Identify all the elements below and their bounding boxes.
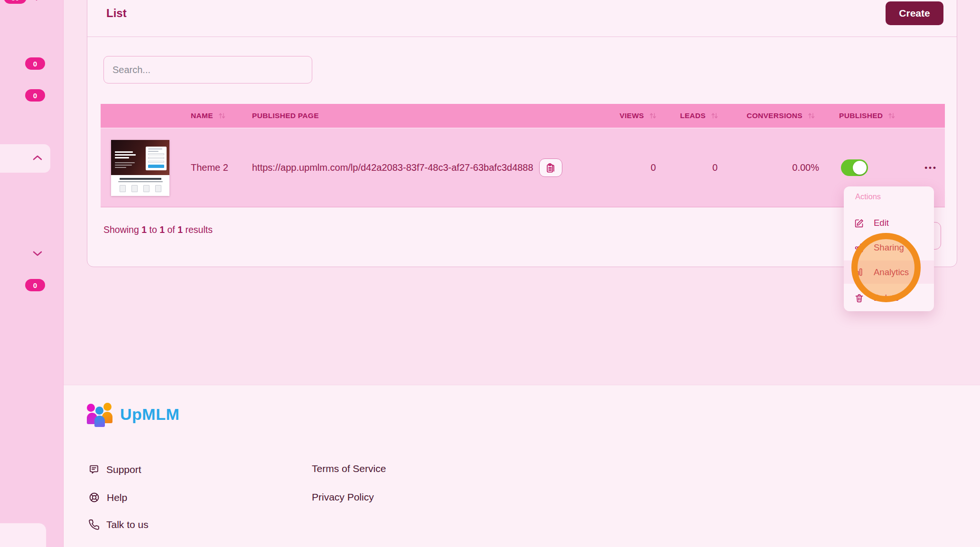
chevron-up-icon[interactable] — [31, 153, 44, 165]
edit-icon — [854, 218, 864, 228]
thumbnail-form — [146, 147, 167, 170]
pages-table: NAME PUBLISHED PAGE VIEWS LEADS — [101, 104, 945, 207]
sidebar: 30 0 0 0 — [0, 0, 64, 547]
thumbnail-cell — [101, 140, 181, 196]
sort-icon — [218, 111, 226, 120]
menu-item-sharing[interactable]: Sharing — [844, 237, 934, 259]
chevron-down-icon[interactable] — [31, 249, 44, 260]
row-actions-menu-button[interactable]: ••• — [924, 163, 937, 173]
list-card: List Create NAME PUBLISHED PAGE VIEWS — [87, 0, 957, 267]
menu-item-delete[interactable]: Delete — [844, 287, 934, 309]
column-header-views[interactable]: VIEWS — [600, 111, 663, 120]
sort-icon — [887, 111, 896, 120]
copy-url-button[interactable] — [539, 158, 562, 177]
clipboard-icon — [545, 162, 556, 174]
toggle-knob — [853, 161, 867, 175]
results-summary: Showing 1 to 1 of 1 results — [103, 224, 213, 235]
column-header-conversions[interactable]: CONVERSIONS — [725, 111, 825, 120]
share-icon — [854, 243, 864, 253]
row-name: Theme 2 — [181, 162, 248, 173]
row-leads: 0 — [663, 162, 725, 173]
trash-icon — [854, 293, 864, 303]
sort-icon — [649, 111, 657, 120]
column-header-published-page[interactable]: PUBLISHED PAGE — [248, 111, 600, 120]
row-published-cell — [825, 159, 891, 176]
sidebar-count-badge: 0 — [25, 89, 45, 102]
footer-link-talk-to-us[interactable]: Talk to us — [88, 519, 149, 530]
actions-dropdown: Actions Edit Sharing — [844, 186, 934, 311]
sidebar-count-badge: 0 — [25, 279, 45, 291]
row-published-page: https://app.upmlm.com/lp/d42a2083-83f7-4… — [248, 158, 600, 177]
table-row: Theme 2 https://app.upmlm.com/lp/d42a208… — [101, 129, 945, 207]
sidebar-bottom-panel — [0, 523, 47, 547]
footer-link-support[interactable]: Support — [88, 464, 141, 475]
sidebar-count-badge: 0 — [25, 57, 45, 70]
chat-bubble-icon — [88, 464, 100, 475]
search-input[interactable] — [103, 56, 312, 83]
footer-link-help[interactable]: Help — [88, 491, 127, 503]
app-screen: 30 0 0 0 List Create NAME — [0, 0, 980, 547]
upmlm-logo-icon — [87, 402, 113, 426]
published-toggle[interactable] — [841, 159, 868, 176]
row-actions-cell: ••• — [891, 163, 945, 173]
page-title: List — [106, 7, 127, 20]
footer-link-terms[interactable]: Terms of Service — [312, 463, 386, 474]
row-conversions: 0.00% — [725, 162, 825, 173]
logo: UpMLM — [87, 402, 179, 426]
logo-text: UpMLM — [120, 405, 179, 424]
sort-icon — [710, 111, 719, 120]
lifebuoy-icon — [88, 491, 100, 503]
table-header-row: NAME PUBLISHED PAGE VIEWS LEADS — [101, 104, 945, 129]
footer-link-privacy[interactable]: Privacy Policy — [312, 491, 374, 503]
phone-icon — [88, 519, 100, 530]
footer: UpMLM Support Help — [64, 385, 980, 547]
column-header-published[interactable]: PUBLISHED — [825, 111, 891, 120]
row-views: 0 — [600, 162, 663, 173]
column-header-name[interactable]: NAME — [181, 111, 248, 120]
landing-page-thumbnail[interactable] — [111, 140, 169, 196]
thumbnail-hero — [111, 140, 169, 175]
thumbnail-body — [111, 178, 169, 196]
analytics-icon — [854, 267, 864, 277]
card-header-divider — [87, 37, 957, 37]
chevron-down-icon[interactable] — [31, 0, 42, 6]
menu-item-analytics[interactable]: Analytics — [844, 260, 934, 284]
menu-item-edit[interactable]: Edit — [844, 212, 934, 234]
actions-dropdown-title: Actions — [855, 192, 881, 201]
sidebar-badge-top: 30 — [4, 0, 27, 4]
published-url[interactable]: https://app.upmlm.com/lp/d42a2083-83f7-4… — [252, 162, 533, 173]
column-header-leads[interactable]: LEADS — [663, 111, 725, 120]
create-button[interactable]: Create — [886, 1, 943, 25]
sort-icon — [807, 111, 815, 120]
